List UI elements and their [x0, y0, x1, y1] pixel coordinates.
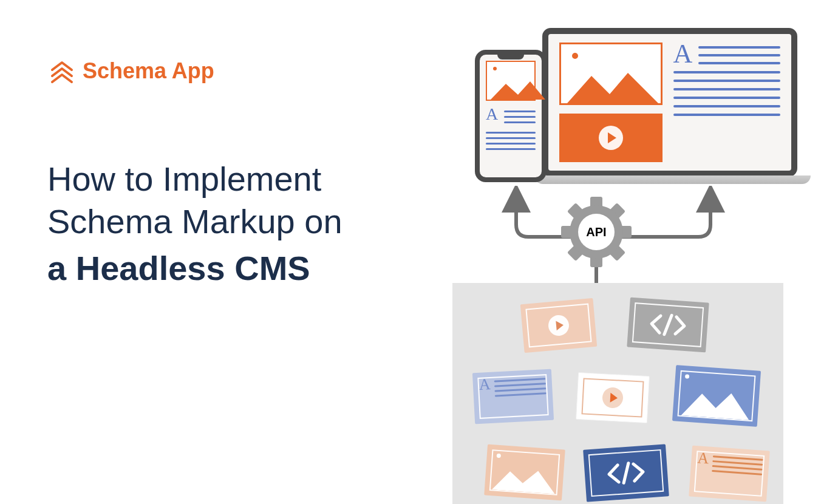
code-card-icon	[583, 444, 669, 502]
text-block-icon: A	[486, 107, 536, 123]
brand-logo-icon	[49, 58, 75, 84]
title-line-1: How to Implement	[47, 158, 412, 200]
text-lines-icon	[673, 71, 780, 162]
api-gear-icon: API	[560, 196, 633, 268]
image-tile-icon	[559, 43, 663, 105]
code-card-icon	[627, 298, 709, 353]
svg-marker-13	[681, 390, 751, 420]
text-block-icon: A	[673, 43, 780, 65]
image-tile-icon	[486, 61, 536, 101]
video-card-icon	[576, 372, 650, 423]
svg-marker-1	[491, 81, 545, 100]
headless-cms-diagram: A A	[455, 28, 820, 502]
svg-marker-14	[492, 468, 556, 494]
page-title: How to Implement Schema Markup on a Head…	[47, 158, 412, 291]
laptop-device-icon: A	[534, 28, 805, 186]
text-glyph-icon: A	[673, 43, 693, 65]
laptop-screen: A	[542, 28, 797, 177]
image-card-icon	[672, 365, 761, 427]
brand-logo-text: Schema App	[83, 58, 214, 84]
text-card-icon: A	[472, 369, 554, 424]
video-card-icon	[520, 298, 598, 353]
content-repository: A A	[452, 283, 783, 504]
phone-device-icon: A	[475, 50, 547, 182]
video-tile-icon	[559, 114, 663, 162]
play-icon	[599, 126, 623, 150]
text-glyph-icon: A	[486, 107, 498, 123]
title-line-3: a Headless CMS	[47, 247, 412, 291]
api-label: API	[586, 225, 606, 239]
brand-logo: Schema App	[49, 58, 214, 84]
text-lines-icon	[486, 128, 536, 150]
title-line-2: Schema Markup on	[47, 200, 412, 243]
image-card-icon	[484, 444, 565, 501]
svg-marker-0	[567, 73, 658, 103]
text-card-icon: A	[689, 446, 770, 502]
